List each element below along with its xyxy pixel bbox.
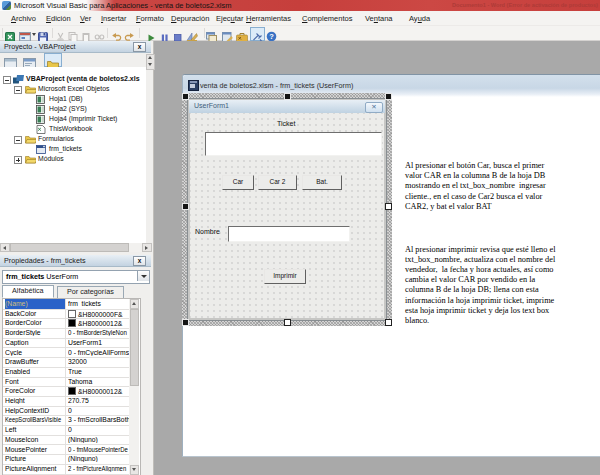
svg-text:?: ? <box>269 32 274 41</box>
